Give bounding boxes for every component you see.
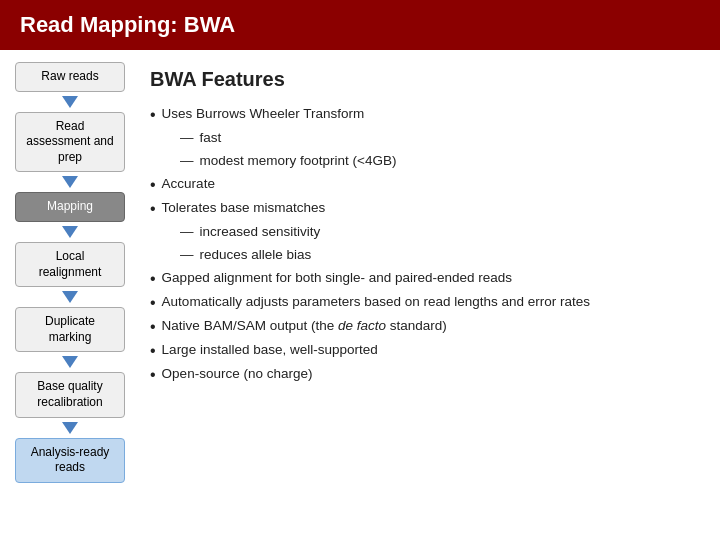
feature-sub-memory: — modest memory footprint (<4GB) xyxy=(150,150,700,173)
bullet-icon: • xyxy=(150,103,156,127)
feature-item-bwt: • Uses Burrows Wheeler Transform xyxy=(150,103,700,127)
feature-item-open-source: • Open-source (no charge) xyxy=(150,363,700,387)
page-title: Read Mapping: BWA xyxy=(20,12,235,37)
pipeline-step-duplicate: Duplicate marking xyxy=(15,307,125,352)
content-area: BWA Features • Uses Burrows Wheeler Tran… xyxy=(140,50,720,538)
bullet-icon: • xyxy=(150,173,156,197)
pipeline-sidebar: Raw reads Read assessment and prep Mappi… xyxy=(0,50,140,538)
italic-text: de facto xyxy=(338,318,386,333)
bullet-icon: • xyxy=(150,363,156,387)
content-title: BWA Features xyxy=(150,68,700,91)
feature-item-tolerates: • Tolerates base mismatches xyxy=(150,197,700,221)
feature-sub-fast: — fast xyxy=(150,127,700,150)
pipeline-step-mapping: Mapping xyxy=(15,192,125,222)
arrow-icon xyxy=(62,226,78,238)
arrow-icon xyxy=(62,176,78,188)
arrow-icon xyxy=(62,96,78,108)
feature-item-gapped: • Gapped alignment for both single- and … xyxy=(150,267,700,291)
bullet-icon: • xyxy=(150,267,156,291)
main-layout: Raw reads Read assessment and prep Mappi… xyxy=(0,50,720,538)
bullet-icon: • xyxy=(150,315,156,339)
feature-sub-allele: — reduces allele bias xyxy=(150,244,700,267)
page-header: Read Mapping: BWA xyxy=(0,0,720,50)
pipeline-step-recalibration: Base quality recalibration xyxy=(15,372,125,417)
feature-item-bam-sam: • Native BAM/SAM output (the de facto st… xyxy=(150,315,700,339)
arrow-icon xyxy=(62,422,78,434)
bullet-icon: • xyxy=(150,291,156,315)
features-list: • Uses Burrows Wheeler Transform — fast … xyxy=(150,103,700,387)
feature-sub-sensitivity: — increased sensitivity xyxy=(150,221,700,244)
pipeline-step-raw-reads: Raw reads xyxy=(15,62,125,92)
arrow-icon xyxy=(62,291,78,303)
bullet-icon: • xyxy=(150,197,156,221)
feature-item-auto-adjust: • Automatically adjusts parameters based… xyxy=(150,291,700,315)
feature-item-accurate: • Accurate xyxy=(150,173,700,197)
arrow-icon xyxy=(62,356,78,368)
pipeline-step-realignment: Local realignment xyxy=(15,242,125,287)
feature-item-installed-base: • Large installed base, well-supported xyxy=(150,339,700,363)
pipeline-step-assessment: Read assessment and prep xyxy=(15,112,125,173)
bullet-icon: • xyxy=(150,339,156,363)
pipeline-step-analysis-ready: Analysis-ready reads xyxy=(15,438,125,483)
